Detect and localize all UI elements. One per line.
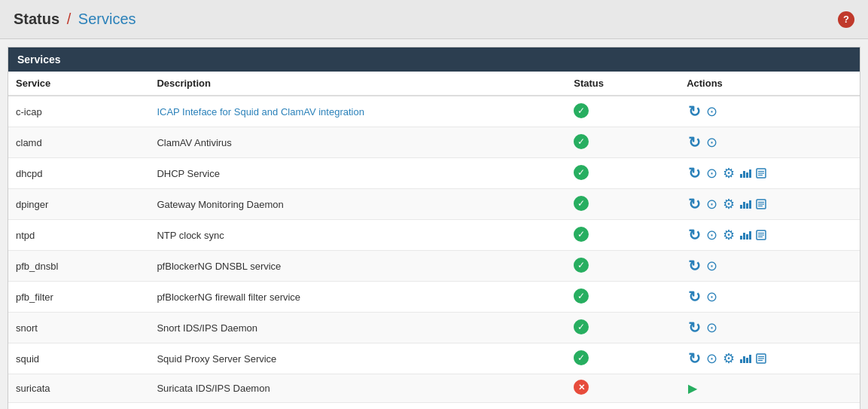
action-restart-button[interactable]: ↻ (687, 102, 702, 121)
description-link[interactable]: ICAP Inteface for Squid and ClamAV integ… (157, 106, 364, 118)
status-ok-icon (574, 165, 589, 180)
action-settings-button[interactable]: ⚙ (721, 349, 736, 368)
action-stop-button[interactable]: ⊙ (705, 102, 719, 121)
svg-rect-1 (743, 171, 745, 178)
service-status (566, 374, 679, 403)
table-row: clamdClamAV Antivirus↻⊙ (8, 127, 860, 158)
status-ok-icon (574, 319, 589, 334)
service-name: squid (8, 343, 149, 374)
header-bar: Status / Services ? (0, 0, 868, 39)
svg-rect-3 (749, 169, 751, 178)
service-status (566, 282, 679, 313)
service-name: ntpd (8, 220, 149, 251)
action-stop-button[interactable]: ⊙ (705, 349, 719, 368)
service-name: suricata (8, 374, 149, 403)
service-status (566, 251, 679, 282)
action-restart-button[interactable]: ↻ (687, 225, 702, 245)
action-restart-button[interactable]: ↻ (687, 318, 702, 337)
svg-rect-16 (740, 236, 742, 240)
action-stop-button[interactable]: ⊙ (705, 133, 719, 151)
help-button[interactable]: ? (838, 11, 854, 28)
action-stop-button[interactable]: ⊙ (705, 288, 719, 306)
col-actions: Actions (679, 72, 860, 96)
svg-rect-26 (746, 358, 748, 363)
service-status (566, 158, 679, 189)
action-play-button[interactable]: ▶ (687, 380, 699, 396)
service-actions: ↻⊙⚙ (679, 158, 860, 189)
service-status (566, 127, 679, 158)
action-restart-button[interactable]: ↻ (687, 256, 702, 276)
service-description: NTP clock sync (149, 220, 566, 251)
table-row: pfb_filterpfBlockerNG firewall filter se… (8, 282, 860, 313)
service-status (566, 220, 679, 251)
service-actions: ↻⊙ (679, 96, 860, 127)
table-row: snortSnort IDS/IPS Daemon↻⊙ (8, 313, 860, 343)
service-actions: ▶ (679, 374, 860, 403)
service-name: snort (8, 313, 149, 343)
svg-rect-8 (740, 205, 742, 209)
service-status (566, 313, 679, 343)
services-panel: Services Service Description Status Acti… (8, 47, 860, 409)
action-log-button[interactable] (754, 352, 768, 365)
action-stop-button[interactable]: ⊙ (705, 257, 719, 275)
service-actions: ↻⊙ (679, 313, 860, 343)
table-row: c-icapICAP Inteface for Squid and ClamAV… (8, 96, 860, 127)
table-row: ntpdNTP clock sync↻⊙⚙ (8, 220, 860, 251)
services-table: Service Description Status Actions c-ica… (8, 72, 860, 409)
service-description: Squid Proxy Server Service (149, 343, 566, 374)
svg-rect-27 (749, 355, 751, 363)
service-description: pfBlockerNG firewall filter service (149, 282, 566, 313)
table-header-row: Service Description Status Actions (8, 72, 860, 96)
svg-rect-18 (746, 234, 748, 240)
action-chart-button[interactable] (739, 197, 752, 211)
status-ok-icon (574, 258, 589, 273)
service-actions: ↻⊙ (679, 251, 860, 282)
status-ok-icon (574, 288, 589, 304)
service-description: pfBlockerNG DNSBL service (149, 251, 566, 282)
table-row: dpingerGateway Monitoring Daemon↻⊙⚙ (8, 189, 860, 220)
service-description: System Logger Daemon (149, 403, 566, 410)
svg-rect-11 (749, 200, 751, 209)
status-ok-icon (574, 350, 589, 365)
status-ok-icon (574, 196, 589, 211)
table-row: pfb_dnsblpfBlockerNG DNSBL service↻⊙ (8, 251, 860, 282)
action-chart-button[interactable] (739, 166, 752, 180)
action-stop-button[interactable]: ⊙ (705, 319, 719, 337)
col-description: Description (149, 72, 566, 96)
panel-header: Services (8, 47, 860, 72)
svg-rect-0 (740, 174, 742, 178)
action-chart-button[interactable] (739, 352, 752, 365)
service-actions: ↻⊙⚙ (679, 403, 860, 410)
svg-rect-9 (743, 202, 745, 209)
action-restart-button[interactable]: ↻ (687, 163, 702, 183)
action-log-button[interactable] (754, 228, 768, 242)
table-row: syslogdSystem Logger Daemon↻⊙⚙ (8, 403, 860, 410)
action-settings-button[interactable]: ⚙ (721, 226, 736, 244)
service-description[interactable]: ICAP Inteface for Squid and ClamAV integ… (149, 96, 566, 127)
breadcrumb-current[interactable]: Services (78, 11, 136, 27)
action-settings-button[interactable]: ⚙ (721, 164, 736, 182)
service-name: dpinger (8, 189, 149, 220)
service-status (566, 189, 679, 220)
service-name: syslogd (8, 403, 149, 410)
breadcrumb-separator: / (67, 11, 72, 27)
action-log-button[interactable] (754, 166, 768, 180)
service-status (566, 343, 679, 374)
action-stop-button[interactable]: ⊙ (705, 164, 719, 182)
service-actions: ↻⊙ (679, 127, 860, 158)
action-stop-button[interactable]: ⊙ (705, 226, 719, 244)
action-restart-button[interactable]: ↻ (687, 133, 702, 152)
svg-rect-25 (743, 356, 745, 363)
action-log-button[interactable] (754, 197, 768, 211)
action-settings-button[interactable]: ⚙ (721, 195, 736, 213)
action-chart-button[interactable] (739, 228, 752, 242)
action-restart-button[interactable]: ↻ (687, 349, 702, 368)
col-service: Service (8, 72, 149, 96)
content-area: Services Service Description Status Acti… (0, 39, 868, 409)
action-restart-button[interactable]: ↻ (687, 194, 702, 214)
action-restart-button[interactable]: ↻ (687, 287, 702, 307)
action-stop-button[interactable]: ⊙ (705, 195, 719, 213)
svg-rect-10 (746, 203, 748, 209)
status-error-icon (574, 380, 589, 395)
table-row: squidSquid Proxy Server Service↻⊙⚙ (8, 343, 860, 374)
